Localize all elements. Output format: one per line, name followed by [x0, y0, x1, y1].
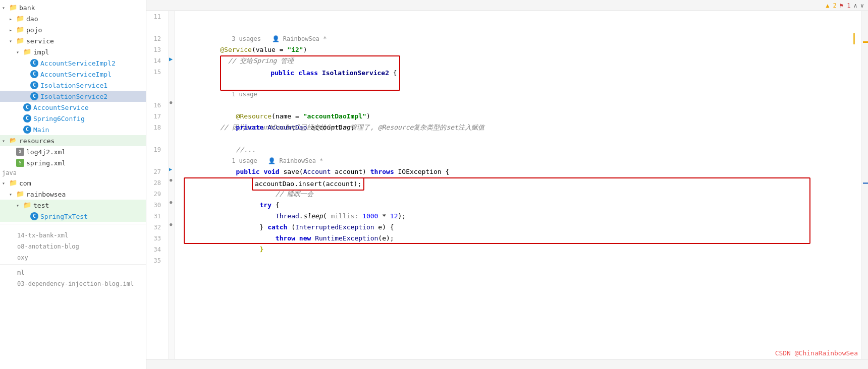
code-line-15 — [181, 67, 861, 78]
sidebar-item-springtxtest[interactable]: C SpringTxTest — [0, 211, 146, 222]
java-class-icon: C — [30, 81, 38, 89]
red-box-block: // 睡眠一会 try { Thread.sleep( millis: 1000… — [181, 177, 861, 244]
sidebar-item-dao[interactable]: 📁 dao — [0, 13, 146, 24]
code-line-16: @Resource(name = "accountDaoImpl") // 因为… — [181, 100, 861, 111]
sidebar-item-label: AccountService — [33, 104, 89, 111]
code-line-30: try { — [181, 189, 861, 200]
code-line-11 — [181, 11, 861, 22]
sidebar-item-iml-ml[interactable]: ml — [0, 267, 146, 278]
arrow-icon — [9, 27, 15, 33]
folder-icon: 📁 — [16, 26, 24, 34]
code-line-resource-comment: @Resource(name = "accountDaoImpl") // 因为… — [181, 89, 861, 100]
sidebar-item-resources[interactable]: 📂 resources — [0, 135, 146, 146]
sidebar-item-label: resources — [19, 137, 55, 145]
java-class-icon: C — [30, 212, 38, 220]
sidebar-item-label: bank — [19, 4, 35, 12]
sidebar-item-label: test — [33, 202, 49, 209]
sidebar-item-service[interactable]: 📁 service — [0, 35, 146, 46]
sidebar-item-pojo[interactable]: 📁 pojo — [0, 24, 146, 35]
java-class-icon: C — [30, 59, 38, 67]
meta-line-save-usage: 1 usage 👤 RainbowSea * — [181, 144, 861, 155]
arrow-icon — [16, 203, 22, 208]
sidebar-divider2 — [0, 264, 146, 266]
sidebar-item-isolationservice1[interactable]: C IsolationService1 — [0, 80, 146, 91]
sidebar-item-iml1[interactable]: 14-tx-bank-xml — [0, 230, 146, 241]
sidebar-item-iml-dep[interactable]: 03-dependency-injection-blog.iml — [0, 278, 146, 289]
folder-icon: 📁 — [16, 37, 24, 45]
code-line-13: public class IsolationService2 { — [181, 44, 861, 55]
sidebar-section-java: java — [0, 168, 146, 177]
sidebar-item-label: IsolationService1 — [40, 82, 107, 89]
arrow-icon — [2, 5, 8, 11]
code-line-28: accountDao.insert(account); — [181, 166, 861, 177]
code-line-31: Thread.sleep( millis: 1000 * 12); — [181, 200, 861, 211]
nav-up-icon[interactable]: ∧ — [854, 2, 857, 9]
sidebar-item-label: SpringTxTest — [40, 213, 88, 220]
sidebar-item-accountserviceimpl2[interactable]: C AccountServiceImpl2 — [0, 57, 146, 69]
code-editor: ▲ 2 ⚑ 1 ∧ ∨ 11 12 13 14 15 16 17 18 19 — [146, 0, 868, 369]
sidebar-item-label: impl — [33, 48, 49, 56]
folder-icon: 📁 — [9, 4, 17, 12]
sidebar-item-label: com — [19, 179, 31, 187]
gutter-arrow-13: ▶ — [169, 55, 173, 63]
line-numbers: 11 12 13 14 15 16 17 18 19 27 28 29 30 3… — [146, 11, 169, 359]
gutter-dot-28: ● — [170, 177, 172, 182]
sidebar-item-com[interactable]: 📁 com — [0, 177, 146, 189]
code-line-32: } catch (InterruptedException e) { — [181, 211, 861, 222]
status-bar — [146, 359, 868, 369]
meta-line-3usages: 3 usages 👤 RainbowSea * — [181, 22, 861, 33]
code-line-35 — [181, 244, 861, 255]
sidebar-item-spring6config[interactable]: C Spring6Config — [0, 113, 146, 124]
gutter-arrow-27: ▶ — [169, 166, 172, 172]
code-line-27: public void save(Account account) throws… — [181, 155, 861, 166]
code-content[interactable]: 3 usages 👤 RainbowSea * @Service(value =… — [175, 11, 861, 359]
meta-line-1usage: 1 usage — [181, 78, 861, 89]
sidebar-item-impl[interactable]: 📁 impl — [0, 46, 146, 57]
sidebar-item-label: rainbowsea — [26, 191, 66, 198]
sidebar-item-bank[interactable]: 📁 bank — [0, 2, 146, 13]
folder-icon: 📂 — [9, 137, 17, 145]
folder-icon: 📁 — [23, 48, 31, 56]
yellow-marker-12 — [853, 33, 855, 44]
sidebar-item-log4j2xml[interactable]: X log4j2.xml — [0, 146, 146, 157]
gutter-dot-32: ● — [170, 222, 172, 227]
warning-marker-1 — [863, 41, 868, 43]
sidebar-item-test[interactable]: 📁 test — [0, 200, 146, 211]
arrow-icon — [2, 180, 8, 186]
sidebar-item-label: dao — [26, 15, 38, 23]
editor-scroll-area[interactable]: 11 12 13 14 15 16 17 18 19 27 28 29 30 3… — [146, 11, 868, 359]
arrow-icon — [9, 38, 15, 44]
editor-toolbar: ▲ 2 ⚑ 1 ∧ ∨ — [146, 0, 868, 11]
code-line-18 — [181, 122, 861, 133]
arrow-icon — [2, 138, 8, 144]
sidebar-item-label: service — [26, 37, 54, 45]
info-marker-1 — [863, 182, 868, 184]
sidebar-item-iml3[interactable]: oxy — [0, 252, 146, 263]
sidebar-item-label: AccountServiceImpl2 — [40, 59, 116, 67]
folder-icon: 📁 — [16, 15, 24, 23]
nav-down-icon[interactable]: ∨ — [860, 2, 864, 9]
sidebar-item-accountserviceimpl[interactable]: C AccountServiceImpl — [0, 69, 146, 80]
sidebar-item-label: IsolationService2 — [40, 93, 107, 100]
xml-icon: S — [16, 159, 24, 167]
gutter-dot-30: ● — [170, 200, 172, 205]
java-class-icon: C — [30, 92, 38, 100]
code-line-33: throw new RuntimeException(e); — [181, 222, 861, 233]
watermark: CSDN @ChinaRainbowSea — [775, 349, 858, 357]
sidebar-item-accountservice[interactable]: C AccountService — [0, 102, 146, 113]
arrow-icon — [9, 16, 15, 22]
arrow-icon — [16, 49, 22, 55]
scroll-marker-column — [861, 11, 868, 359]
error-count: ⚑ 1 — [840, 2, 851, 9]
sidebar-item-label: pojo — [26, 26, 42, 34]
sidebar-item-rainbowsea[interactable]: 📁 rainbowsea — [0, 189, 146, 200]
sidebar-item-main[interactable]: C Main — [0, 124, 146, 135]
code-line-19-comment: //... — [181, 133, 861, 144]
sidebar-item-label: 14-tx-bank-xml — [17, 232, 68, 239]
sidebar-item-springxml[interactable]: S spring.xml — [0, 157, 146, 168]
sidebar-item-isolationservice2[interactable]: C IsolationService2 — [0, 91, 146, 102]
sidebar-divider — [0, 224, 146, 228]
sidebar-item-iml2[interactable]: o8-anotation-blog — [0, 241, 146, 252]
code-line-34: } — [181, 233, 861, 244]
gutter-dot-16: ● — [170, 100, 172, 105]
